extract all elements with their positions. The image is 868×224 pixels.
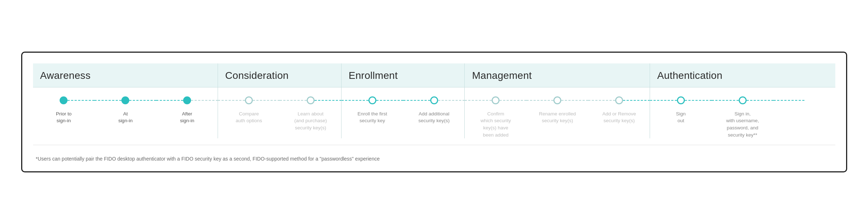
node-add-additional-keys — [430, 96, 438, 104]
label-rename-keys: Rename enrolledsecurity key(s) — [538, 110, 577, 124]
node-sign-out — [677, 96, 685, 104]
step-add-additional-keys: Add additionalsecurity key(s) — [403, 95, 465, 138]
chart-area: Awareness Consideration Enrollment Manag… — [33, 63, 835, 163]
step-confirm-keys: Confirmwhich securitykey(s) havebeen add… — [465, 95, 526, 138]
node-learn-about-keys — [307, 96, 315, 104]
phase-header-enrollment: Enrollment — [342, 63, 465, 87]
step-learn-about-keys: Learn about(and purchase)security key(s) — [280, 95, 342, 138]
phase-header-awareness: Awareness — [33, 63, 218, 87]
chart-container: Awareness Consideration Enrollment Manag… — [21, 52, 847, 172]
step-sign-in-credentials: Sign in,with username,password, andsecur… — [712, 95, 774, 138]
phase-title-consideration: Consideration — [225, 70, 289, 81]
node-add-remove-keys — [615, 96, 623, 104]
label-enroll-first-key: Enroll the firstsecurity key — [357, 110, 388, 124]
step-after-sign-in: Aftersign-in — [156, 95, 218, 138]
label-add-additional-keys: Add additionalsecurity key(s) — [418, 110, 450, 124]
label-prior-to-sign-in: Prior tosign-in — [55, 110, 73, 124]
step-prior-to-sign-in: Prior tosign-in — [33, 95, 95, 138]
phase-header-management: Management — [465, 63, 650, 87]
phase-header-authentication: Authentication — [650, 63, 835, 87]
node-confirm-keys — [492, 96, 500, 104]
label-learn-about-keys: Learn about(and purchase)security key(s) — [293, 110, 328, 132]
label-sign-out: Signout — [675, 110, 686, 124]
node-rename-keys — [553, 96, 561, 104]
label-compare-auth: Compareauth options — [235, 110, 263, 124]
node-sign-in-credentials — [739, 96, 747, 104]
node-after-sign-in — [183, 96, 191, 104]
timeline-steps: Prior tosign-in Atsign-in Aftersign-in — [33, 87, 835, 145]
step-at-sign-in: Atsign-in — [94, 95, 156, 138]
step-trailing — [774, 95, 835, 138]
step-rename-keys: Rename enrolledsecurity key(s) — [526, 95, 588, 138]
step-enroll-first-key: Enroll the firstsecurity key — [342, 95, 403, 138]
step-add-remove-keys: Add or Removesecurity key(s) — [588, 95, 650, 138]
footer-note: *Users can potentially pair the FIDO des… — [33, 155, 835, 163]
phase-title-enrollment: Enrollment — [349, 70, 398, 81]
phase-title-management: Management — [472, 70, 532, 81]
phase-title-authentication: Authentication — [657, 70, 723, 81]
step-compare-auth: Compareauth options — [218, 95, 280, 138]
label-sign-in-credentials: Sign in,with username,password, andsecur… — [725, 110, 760, 138]
node-compare-auth — [245, 96, 253, 104]
label-confirm-keys: Confirmwhich securitykey(s) havebeen add… — [480, 110, 512, 138]
footer-note-text: *Users can potentially pair the FIDO des… — [36, 156, 380, 162]
step-sign-out: Signout — [650, 95, 712, 138]
phase-header-consideration: Consideration — [218, 63, 342, 87]
label-at-sign-in: Atsign-in — [117, 110, 133, 124]
label-add-remove-keys: Add or Removesecurity key(s) — [602, 110, 637, 124]
node-at-sign-in — [121, 96, 129, 104]
phase-title-awareness: Awareness — [40, 70, 91, 81]
node-enroll-first-key — [368, 96, 376, 104]
label-after-sign-in: Aftersign-in — [179, 110, 195, 124]
node-prior-to-sign-in — [60, 96, 68, 104]
phase-headers: Awareness Consideration Enrollment Manag… — [33, 63, 835, 87]
